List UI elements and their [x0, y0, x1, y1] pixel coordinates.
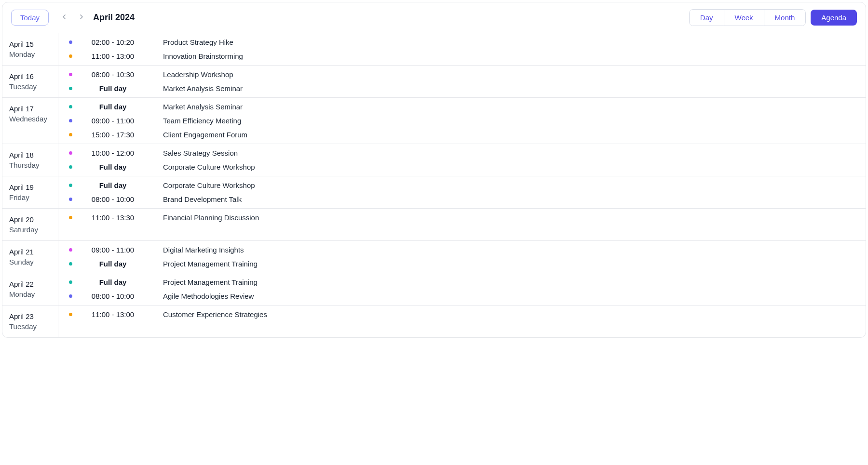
event-time: 15:00 - 17:30: [79, 131, 147, 139]
today-button[interactable]: Today: [11, 10, 49, 26]
day-header[interactable]: April 19Friday: [2, 176, 58, 208]
prev-button[interactable]: [57, 10, 71, 25]
day-header[interactable]: April 15Monday: [2, 33, 58, 65]
events-column: Full dayCorporate Culture Workshop08:00 …: [58, 176, 866, 208]
event-row[interactable]: Full dayCorporate Culture Workshop: [69, 163, 861, 171]
day-weekday: Saturday: [9, 226, 52, 234]
day-weekday: Wednesday: [9, 115, 52, 123]
event-time: 09:00 - 11:00: [79, 246, 147, 254]
event-title: Project Management Training: [163, 278, 258, 286]
day-row: April 21Sunday09:00 - 11:00Digital Marke…: [2, 241, 866, 273]
day-header[interactable]: April 22Monday: [2, 273, 58, 305]
day-row: April 23Tuesday11:00 - 13:00Customer Exp…: [2, 306, 866, 337]
nav-arrows: [57, 10, 88, 25]
day-header[interactable]: April 17Wednesday: [2, 98, 58, 144]
event-row[interactable]: 11:00 - 13:30Financial Planning Discussi…: [69, 213, 861, 222]
events-column: 09:00 - 11:00Digital Marketing InsightsF…: [58, 241, 866, 273]
event-row[interactable]: Full dayProject Management Training: [69, 260, 861, 268]
event-title: Market Analysis Seminar: [163, 84, 243, 93]
day-row: April 17WednesdayFull dayMarket Analysis…: [2, 98, 866, 144]
day-date: April 22: [9, 280, 52, 288]
event-color-dot: [69, 40, 72, 44]
event-title: Innovation Brainstorming: [163, 52, 243, 60]
event-row[interactable]: Full dayMarket Analysis Seminar: [69, 84, 861, 93]
day-header[interactable]: April 23Tuesday: [2, 306, 58, 337]
event-time: 11:00 - 13:00: [79, 52, 147, 60]
event-time: 02:00 - 10:20: [79, 38, 147, 46]
view-week-button[interactable]: Week: [724, 10, 764, 26]
day-date: April 18: [9, 151, 52, 159]
day-row: April 15Monday02:00 - 10:20Product Strat…: [2, 33, 866, 66]
events-column: 10:00 - 12:00Sales Strategy SessionFull …: [58, 144, 866, 176]
event-row[interactable]: Full dayMarket Analysis Seminar: [69, 103, 861, 111]
event-time: Full day: [79, 260, 147, 268]
event-color-dot: [69, 73, 72, 76]
chevron-left-icon: [60, 13, 68, 22]
event-time: 10:00 - 12:00: [79, 149, 147, 157]
event-time: 08:00 - 10:00: [79, 195, 147, 203]
day-date: April 17: [9, 105, 52, 113]
event-color-dot: [69, 184, 72, 187]
event-color-dot: [69, 54, 72, 58]
event-title: Team Efficiency Meeting: [163, 117, 241, 125]
view-month-button[interactable]: Month: [764, 10, 806, 26]
event-title: Brand Development Talk: [163, 195, 242, 203]
day-date: April 20: [9, 215, 52, 224]
event-row[interactable]: 08:00 - 10:00Agile Methodologies Review: [69, 292, 861, 300]
day-weekday: Thursday: [9, 161, 52, 169]
day-header[interactable]: April 18Thursday: [2, 144, 58, 176]
event-color-dot: [69, 119, 72, 122]
event-title: Product Strategy Hike: [163, 38, 233, 46]
day-weekday: Friday: [9, 193, 52, 201]
event-row[interactable]: 15:00 - 17:30Client Engagement Forum: [69, 131, 861, 139]
events-column: 08:00 - 10:30Leadership WorkshopFull day…: [58, 66, 866, 97]
event-row[interactable]: 08:00 - 10:00Brand Development Talk: [69, 195, 861, 203]
event-time: Full day: [79, 103, 147, 111]
event-time: 11:00 - 13:30: [79, 213, 147, 222]
view-switcher: Day Week Month Agenda: [689, 9, 857, 26]
chevron-right-icon: [78, 13, 85, 22]
event-color-dot: [69, 165, 72, 169]
event-row[interactable]: Full dayProject Management Training: [69, 278, 861, 286]
view-agenda-button[interactable]: Agenda: [811, 10, 857, 26]
event-title: Leadership Workshop: [163, 70, 233, 79]
event-time: Full day: [79, 278, 147, 286]
event-row[interactable]: 08:00 - 10:30Leadership Workshop: [69, 70, 861, 79]
event-row[interactable]: Full dayCorporate Culture Workshop: [69, 181, 861, 189]
day-date: April 19: [9, 183, 52, 191]
day-date: April 16: [9, 72, 52, 80]
event-title: Market Analysis Seminar: [163, 103, 243, 111]
day-weekday: Monday: [9, 290, 52, 298]
view-day-button[interactable]: Day: [690, 10, 724, 26]
calendar-container: Today April 2024 Day Week Month Agenda: [2, 2, 866, 338]
events-column: Full dayProject Management Training08:00…: [58, 273, 866, 305]
event-row[interactable]: 11:00 - 13:00Customer Experience Strateg…: [69, 310, 861, 319]
next-button[interactable]: [75, 10, 88, 25]
day-date: April 21: [9, 248, 52, 256]
event-color-dot: [69, 294, 72, 298]
events-column: 02:00 - 10:20Product Strategy Hike11:00 …: [58, 33, 866, 65]
month-title: April 2024: [93, 13, 135, 23]
event-time: Full day: [79, 84, 147, 93]
event-color-dot: [69, 151, 72, 155]
event-row[interactable]: 02:00 - 10:20Product Strategy Hike: [69, 38, 861, 46]
event-title: Customer Experience Strategies: [163, 310, 267, 319]
day-header[interactable]: April 20Saturday: [2, 209, 58, 240]
day-date: April 23: [9, 312, 52, 320]
event-row[interactable]: 11:00 - 13:00Innovation Brainstorming: [69, 52, 861, 60]
event-time: Full day: [79, 181, 147, 189]
day-header[interactable]: April 21Sunday: [2, 241, 58, 273]
events-column: 11:00 - 13:00Customer Experience Strateg…: [58, 306, 866, 337]
event-row[interactable]: 09:00 - 11:00Digital Marketing Insights: [69, 246, 861, 254]
day-row: April 19FridayFull dayCorporate Culture …: [2, 176, 866, 209]
event-color-dot: [69, 262, 72, 266]
event-time: 09:00 - 11:00: [79, 117, 147, 125]
events-column: Full dayMarket Analysis Seminar09:00 - 1…: [58, 98, 866, 144]
day-row: April 22MondayFull dayProject Management…: [2, 273, 866, 306]
day-weekday: Monday: [9, 50, 52, 58]
day-row: April 16Tuesday08:00 - 10:30Leadership W…: [2, 66, 866, 98]
day-header[interactable]: April 16Tuesday: [2, 66, 58, 97]
event-row[interactable]: 10:00 - 12:00Sales Strategy Session: [69, 149, 861, 157]
event-title: Client Engagement Forum: [163, 131, 247, 139]
event-row[interactable]: 09:00 - 11:00Team Efficiency Meeting: [69, 117, 861, 125]
